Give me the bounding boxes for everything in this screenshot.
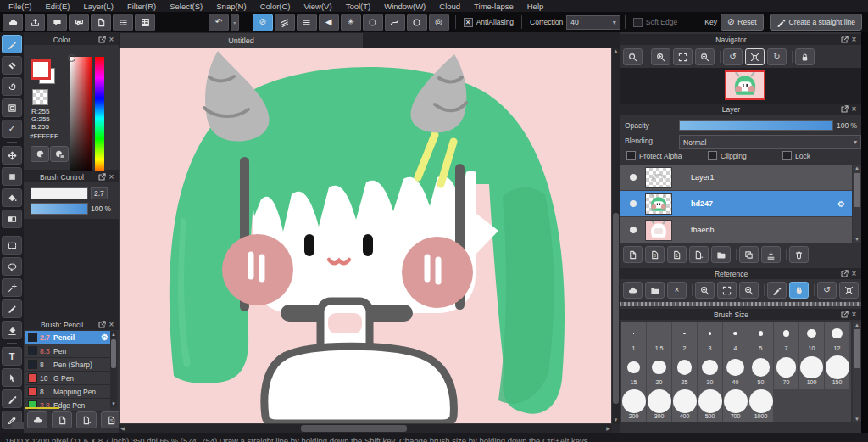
close-icon[interactable]: ×	[849, 104, 859, 114]
menu-file[interactable]: File(F)	[2, 2, 38, 11]
zoom-in-button[interactable]	[651, 48, 670, 65]
rotate-left-button[interactable]: ↺	[723, 48, 743, 65]
menu-snap[interactable]: Snap(N)	[209, 2, 253, 11]
blending-dropdown[interactable]: Normal ▾	[679, 135, 861, 149]
menu-color[interactable]: Color(C)	[253, 2, 298, 11]
lock-button[interactable]	[795, 48, 815, 65]
add-8bit-layer-button[interactable]: 8	[645, 246, 665, 263]
create-straight-line-button[interactable]: Create a straight line	[770, 14, 862, 31]
grid-pen-button[interactable]	[135, 14, 155, 31]
brush-size-3[interactable]: 3	[698, 322, 722, 355]
menu-tool[interactable]: Tool(T)	[339, 2, 378, 11]
layer-visibility-dot[interactable]	[630, 227, 637, 233]
brush-opacity-slider[interactable]	[31, 203, 88, 215]
hand-button[interactable]	[789, 282, 809, 299]
canvas[interactable]	[119, 48, 612, 424]
fit-window-button[interactable]	[717, 282, 737, 299]
operation-tool-button[interactable]	[2, 368, 22, 387]
folder-button[interactable]	[711, 246, 731, 263]
opacity-slider[interactable]	[679, 120, 833, 131]
reset-view-button[interactable]	[745, 48, 765, 65]
saturation-value-picker[interactable]	[70, 57, 92, 179]
select-move-tool-button[interactable]	[2, 167, 22, 186]
lasso-tool-button[interactable]	[2, 257, 22, 276]
curve-snap-button[interactable]	[385, 14, 405, 31]
add-brush-button[interactable]	[52, 411, 72, 428]
circle-snap-button[interactable]	[363, 14, 383, 31]
hue-slider[interactable]	[95, 57, 104, 179]
select-rect-tool-button[interactable]	[2, 236, 22, 255]
pen-pick-button[interactable]	[767, 282, 787, 299]
move-tool-button[interactable]	[2, 146, 22, 165]
menu-edit[interactable]: Edit(E)	[38, 2, 76, 11]
document-button[interactable]	[91, 14, 111, 31]
brush-size-20[interactable]: 20	[647, 355, 671, 389]
brush-size-2[interactable]: 2	[672, 322, 697, 355]
reset-button[interactable]: ⊘ Reset	[721, 14, 764, 31]
crosshatch-snap-button[interactable]	[297, 14, 317, 31]
brush-size-700[interactable]: 700	[723, 389, 748, 422]
palette-button[interactable]	[31, 146, 49, 162]
brush-size-50[interactable]: 50	[748, 355, 773, 389]
layer-settings-icon[interactable]: ⚙	[837, 198, 845, 210]
zoom-out-button[interactable]	[695, 48, 715, 65]
close-icon[interactable]: ×	[849, 35, 859, 44]
transparent-color-swatch[interactable]	[32, 89, 48, 105]
brush-size-400[interactable]: 400	[672, 389, 697, 422]
brush-item-pen[interactable]: 8.3Pen	[25, 344, 110, 358]
brush-size-slider[interactable]	[31, 187, 88, 199]
brush-size-25[interactable]: 25	[672, 355, 697, 389]
reset-view-button[interactable]	[839, 282, 859, 299]
palette-list-button[interactable]	[50, 146, 69, 162]
gradient-tool-button[interactable]	[2, 210, 22, 228]
popup-icon[interactable]	[840, 35, 849, 44]
popup-icon[interactable]	[840, 104, 849, 114]
check-tool-button[interactable]: ✓	[2, 120, 22, 138]
close-icon[interactable]: ×	[107, 320, 116, 329]
cloud-button[interactable]	[3, 14, 23, 31]
comment-panel-button[interactable]	[69, 14, 89, 31]
brush-size-40[interactable]: 40	[723, 355, 748, 389]
brush-settings-icon[interactable]: ⚙	[101, 333, 108, 342]
brush-size-30[interactable]: 30	[698, 355, 722, 389]
popup-icon[interactable]	[97, 172, 107, 182]
rotate-right-button[interactable]: ↻	[767, 48, 787, 65]
cloud-download-button[interactable]	[623, 282, 643, 299]
parallel-snap-button[interactable]	[275, 14, 295, 31]
layer-row-hd247[interactable]: hd247⚙	[620, 191, 852, 217]
brush-size-1.5[interactable]: 1.5	[647, 322, 671, 355]
comment-button[interactable]	[47, 14, 67, 31]
snap-off-button[interactable]: ⊘	[253, 14, 273, 31]
brush-size-7[interactable]: 7	[774, 322, 798, 355]
antialiasing-checkbox[interactable]: ✕	[464, 18, 473, 27]
brush-tool-button[interactable]	[2, 35, 22, 53]
select-pen-tool-button[interactable]	[2, 299, 22, 318]
popup-icon[interactable]	[97, 35, 107, 44]
brush-size-70[interactable]: 70	[774, 355, 798, 389]
navigator-thumbnail[interactable]	[725, 70, 765, 100]
brush-size-300[interactable]: 300	[647, 389, 671, 422]
list-button[interactable]	[113, 14, 133, 31]
brush-item-pencil[interactable]: 2.7Pencil⚙	[25, 331, 110, 344]
brush-item-pen-sharp-[interactable]: 8Pen (Sharp)	[25, 358, 110, 372]
add-1bit-layer-button[interactable]: 1	[667, 246, 687, 263]
select-eraser-tool-button[interactable]	[2, 321, 22, 339]
menu-view[interactable]: View(V)	[298, 2, 339, 11]
clipping-checkbox[interactable]: Clipping	[708, 151, 747, 160]
clear-button[interactable]: ×	[667, 282, 687, 299]
menu-select[interactable]: Select(S)	[163, 2, 209, 11]
brush-item-mapping-pen[interactable]: 8Mapping Pen	[25, 385, 110, 399]
brush-size-500[interactable]: 500	[698, 389, 722, 422]
brush-list-scrollbar[interactable]: ▲ ▼	[110, 331, 117, 407]
brush-size-4[interactable]: 4	[723, 322, 748, 355]
canvas-horizontal-scrollbar[interactable]: ◀ ▶	[119, 424, 612, 433]
layer-visibility-dot[interactable]	[630, 200, 637, 207]
add-layer-button[interactable]	[623, 246, 643, 263]
bucket-tool-button[interactable]	[2, 188, 22, 207]
brush-size-scrollbar[interactable]: ▲ ▼	[853, 322, 861, 422]
popup-icon[interactable]	[840, 269, 849, 278]
snap-settings-button[interactable]: ◎	[429, 14, 449, 31]
close-icon[interactable]: ×	[107, 172, 116, 182]
lock-checkbox[interactable]: Lock	[782, 151, 810, 160]
brush-menu-button[interactable]	[76, 411, 97, 428]
